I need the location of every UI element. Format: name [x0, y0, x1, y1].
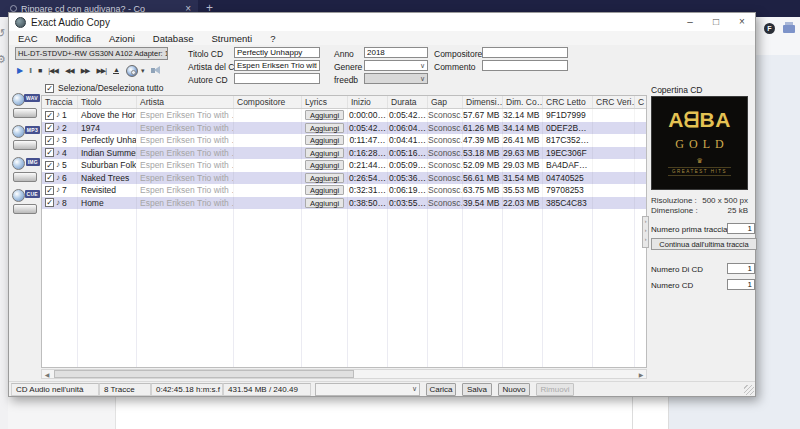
track-number: 8	[62, 197, 67, 210]
menu-item-strumenti[interactable]: Strumenti	[202, 33, 261, 44]
numero-prima-traccia-field[interactable]: 1	[727, 223, 755, 234]
lyrics-add-button[interactable]: Aggiungi	[305, 173, 345, 183]
menu-item-database[interactable]: Database	[144, 33, 203, 44]
horizontal-scrollbar[interactable]: ◀ ▶	[41, 369, 647, 379]
scrollbar-thumb[interactable]	[54, 370, 354, 378]
select-all-row[interactable]: ✓ Seleziona/Deseleziona tutto	[45, 83, 163, 93]
nuovo-button[interactable]: Nuovo	[498, 383, 530, 396]
menu-item-eac[interactable]: EAC	[9, 33, 47, 44]
printer-icon[interactable]	[783, 25, 795, 33]
menu-item-azioni[interactable]: Azioni	[100, 33, 144, 44]
table-row[interactable]: ✓♪21974Espen Eriksen Trio with …Aggiungi…	[42, 122, 646, 135]
extract-cue-button[interactable]: CUE	[12, 189, 40, 214]
track-checkbox[interactable]: ✓	[45, 198, 54, 207]
track-checkbox[interactable]: ✓	[45, 123, 54, 132]
numero-cd-field[interactable]: 1	[727, 279, 755, 290]
extract-wav-button[interactable]: WAV	[12, 93, 40, 118]
eject-button[interactable]: ▲	[113, 67, 119, 74]
lyrics-add-button[interactable]: Aggiungi	[305, 148, 345, 158]
track-cell: ✓♪4	[42, 147, 78, 160]
column-header-0[interactable]: Traccia	[42, 96, 78, 108]
autore-cd-input[interactable]	[234, 73, 320, 84]
column-header-7[interactable]: Gap	[428, 96, 463, 108]
carica-button[interactable]: Carica	[426, 383, 456, 396]
album-cover[interactable]: AᗺBA GOLD ♛ GREATEST HITS	[651, 96, 748, 190]
artista-cd-input[interactable]	[234, 60, 320, 71]
scroll-left-icon[interactable]: ◀	[42, 371, 52, 378]
menu-item-[interactable]: ?	[261, 33, 284, 44]
table-row[interactable]: ✓♪4Indian SummerEspen Eriksen Trio with …	[42, 147, 646, 160]
lyrics-add-button[interactable]: Aggiungi	[305, 110, 345, 120]
extract-img-button[interactable]: IMG	[12, 157, 40, 182]
column-header-9[interactable]: Dim. Co…	[503, 96, 543, 108]
column-header-1[interactable]: Titolo	[78, 96, 137, 108]
play-button[interactable]: ▶	[17, 66, 22, 75]
resize-grip[interactable]	[744, 385, 754, 395]
freedb-select[interactable]: ∨	[364, 73, 428, 84]
genere-select[interactable]: ∨	[364, 60, 428, 71]
column-header-6[interactable]: Durata	[388, 96, 428, 108]
pause-button[interactable]: II	[29, 67, 31, 74]
lyrics-add-button[interactable]: Aggiungi	[305, 198, 345, 208]
salva-button[interactable]: Salva	[462, 383, 492, 396]
extension-icon[interactable]: F	[764, 23, 775, 34]
maximize-button[interactable]: □	[703, 13, 729, 31]
forward-button[interactable]: ▶▶	[81, 67, 90, 75]
numero-di-cd-field[interactable]: 1	[727, 263, 755, 274]
table-row[interactable]: ✓♪1Above the Hor…Espen Eriksen Trio with…	[42, 109, 646, 122]
window-titlebar[interactable]: Exact Audio Copy – □ ×	[9, 13, 755, 31]
lyrics-add-button[interactable]: Aggiungi	[305, 135, 345, 145]
column-header-11[interactable]: CRC Veri…	[593, 96, 635, 108]
column-header-4[interactable]: Lyrics	[302, 96, 348, 108]
chevron-down-icon[interactable]: ▾	[141, 67, 145, 75]
table-row[interactable]: ✓♪7RevisitedEspen Eriksen Trio with …Agg…	[42, 184, 646, 197]
gear-icon[interactable]: ⚙	[0, 53, 6, 66]
extract-mp3-button[interactable]: MP3	[12, 125, 40, 150]
artist-cell: Espen Eriksen Trio with …	[137, 184, 234, 197]
titolo-cd-input[interactable]	[234, 47, 320, 58]
status-combobox[interactable]: ∨	[315, 383, 420, 396]
menu-item-modifica[interactable]: Modifica	[47, 33, 100, 44]
track-checkbox[interactable]: ✓	[45, 148, 54, 157]
prev-track-button[interactable]: |◀◀	[48, 67, 58, 75]
track-checkbox[interactable]: ✓	[45, 136, 54, 145]
panel-splitter[interactable]: ›››	[642, 216, 649, 248]
track-checkbox[interactable]: ✓	[45, 161, 54, 170]
column-header-3[interactable]: Compositore	[234, 96, 302, 108]
table-row[interactable]: ✓♪5Suburban Folk…Espen Eriksen Trio with…	[42, 159, 646, 172]
anno-input[interactable]	[364, 47, 428, 58]
column-header-10[interactable]: CRC Letto	[543, 96, 593, 108]
commento-input[interactable]	[482, 60, 568, 71]
lyrics-add-button[interactable]: Aggiungi	[305, 160, 345, 170]
close-button[interactable]: ×	[729, 13, 755, 31]
track-cell: ✓♪7	[42, 184, 78, 197]
column-header-5[interactable]: Inizio	[348, 96, 388, 108]
column-header-12[interactable]: C	[635, 96, 647, 108]
column-header-2[interactable]: Artista	[137, 96, 234, 108]
track-checkbox[interactable]: ✓	[45, 173, 54, 182]
column-header-8[interactable]: Dimensi…	[463, 96, 503, 108]
compositore-input[interactable]	[482, 47, 568, 58]
browser-left-strip: ↺ ⚙	[0, 17, 8, 429]
anno-label: Anno	[334, 49, 354, 59]
table-row[interactable]: ✓♪6Naked TreesEspen Eriksen Trio with …A…	[42, 172, 646, 185]
rewind-button[interactable]: ◀◀	[65, 67, 74, 75]
select-all-checkbox[interactable]: ✓	[45, 84, 54, 93]
risoluzione-value: 500 x 500 px	[702, 196, 748, 205]
minimize-button[interactable]: –	[677, 13, 703, 31]
track-checkbox[interactable]: ✓	[45, 186, 54, 195]
badge-cue: CUE	[25, 190, 40, 198]
next-track-button[interactable]: ▶▶|	[96, 67, 106, 75]
refresh-icon[interactable]: ↺	[0, 27, 5, 40]
scroll-right-icon[interactable]: ▶	[636, 371, 646, 378]
lyrics-add-button[interactable]: Aggiungi	[305, 185, 345, 195]
track-checkbox[interactable]: ✓	[45, 111, 54, 120]
table-row[interactable]: ✓♪8HomeEspen Eriksen Trio with …Aggiungi…	[42, 197, 646, 210]
continua-ultima-traccia-button[interactable]: Continua dall'ultima traccia	[651, 238, 757, 250]
drive-select[interactable]: HL-DT-STDVD+-RW GS30N A102 Adapter: 1 ID…	[15, 47, 168, 60]
table-row[interactable]: ✓♪3Perfectly Unha…Espen Eriksen Trio wit…	[42, 134, 646, 147]
lyrics-add-button[interactable]: Aggiungi	[305, 123, 345, 133]
cd-icon[interactable]	[126, 65, 138, 77]
speaker-icon[interactable]	[151, 66, 162, 75]
stop-button[interactable]: ■	[38, 67, 41, 74]
